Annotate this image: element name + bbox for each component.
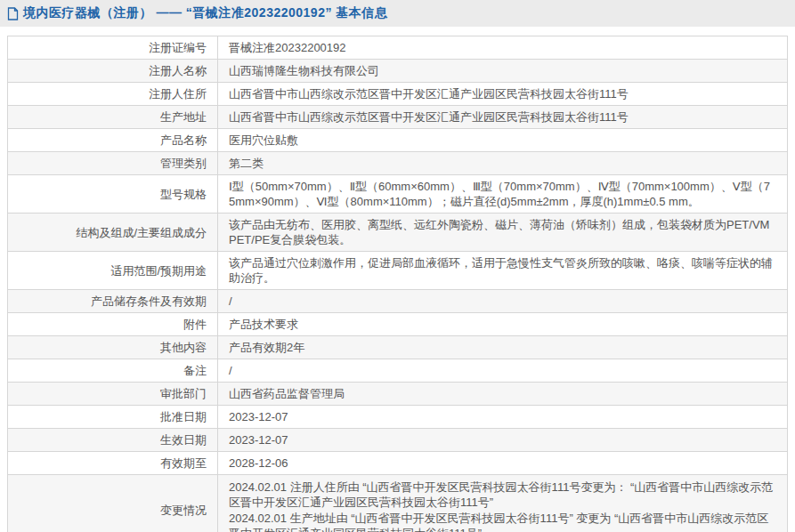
row-label: 附件 (8, 313, 218, 336)
table-row: 附件 产品技术要求 (8, 313, 788, 336)
table-row: 注册人住所 山西省晋中市山西综改示范区晋中开发区汇通产业园区民营科技园太谷街11… (8, 83, 788, 106)
row-label: 产品名称 (8, 129, 218, 152)
row-label: 适用范围/预期用途 (8, 252, 218, 290)
row-value-other-content: 产品有效期2年 (218, 336, 788, 359)
change-record: 2024.02.01 注册人住所由 “山西省晋中开发区民营科技园太谷街111号变… (229, 480, 776, 510)
row-value-registration-number: 晋械注准20232200192 (218, 36, 788, 60)
row-value-model-spec: Ⅰ型（50mm×70mm）、Ⅱ型（60mm×60mm）、Ⅲ型（70mm×70mm… (218, 175, 788, 214)
table-row: 变更情况 2024.02.01 注册人住所由 “山西省晋中开发区民营科技园太谷街… (8, 475, 788, 532)
row-value-registrant-address: 山西省晋中市山西综改示范区晋中开发区汇通产业园区民营科技园太谷街111号 (218, 83, 788, 106)
row-label: 管理类别 (8, 152, 218, 175)
table-row: 管理类别 第二类 (8, 152, 788, 175)
row-value-production-address: 山西省晋中市山西综改示范区晋中开发区汇通产业园区民营科技园太谷街111号 (218, 106, 788, 129)
table-row: 审批部门 山西省药品监督管理局 (8, 383, 788, 406)
page-header: 境内医疗器械（注册） —— “晋械注准20232200192” 基本信息 (0, 0, 795, 27)
row-value-change-history: 2024.02.01 注册人住所由 “山西省晋中开发区民营科技园太谷街111号变… (218, 475, 788, 532)
change-record: 2024.02.01 生产地址由 “山西省晋中开发区民营科技园太谷街111号” … (229, 511, 776, 532)
table-row: 注册人名称 山西瑞博隆生物科技有限公司 (8, 60, 788, 83)
table-row: 注册证编号 晋械注准20232200192 (8, 36, 788, 60)
table-row: 备注 / (8, 359, 788, 383)
page-title: 境内医疗器械（注册） —— “晋械注准20232200192” 基本信息 (23, 5, 387, 21)
table-row: 批准日期 2023-12-07 (8, 406, 788, 429)
registration-info-table: 注册证编号 晋械注准20232200192 注册人名称 山西瑞博隆生物科技有限公… (7, 36, 788, 532)
document-icon (7, 7, 19, 20)
row-label: 变更情况 (8, 475, 218, 532)
row-label: 结构及组成/主要组成成分 (8, 214, 218, 252)
table-row: 其他内容 产品有效期2年 (8, 336, 788, 359)
row-label: 其他内容 (8, 336, 218, 359)
row-label: 备注 (8, 359, 218, 383)
row-label: 生产地址 (8, 106, 218, 129)
row-label: 审批部门 (8, 383, 218, 406)
row-value-attachment: 产品技术要求 (218, 313, 788, 336)
row-label: 注册人名称 (8, 60, 218, 83)
table-row: 生产地址 山西省晋中市山西综改示范区晋中开发区汇通产业园区民营科技园太谷街111… (8, 106, 788, 129)
row-value-product-name: 医用穴位贴敷 (218, 129, 788, 152)
row-value-composition: 该产品由无纺布、医用胶、离型纸、远红外陶瓷粉、磁片、薄荷油（矫味剂）组成，包装袋… (218, 214, 788, 252)
row-label: 生效日期 (8, 429, 218, 452)
row-label: 有效期至 (8, 452, 218, 475)
table-row: 生效日期 2023-12-07 (8, 429, 788, 452)
row-value-registrant-name: 山西瑞博隆生物科技有限公司 (218, 60, 788, 83)
table-row: 结构及组成/主要组成成分 该产品由无纺布、医用胶、离型纸、远红外陶瓷粉、磁片、薄… (8, 214, 788, 252)
row-label: 注册人住所 (8, 83, 218, 106)
row-value-management-category: 第二类 (218, 152, 788, 175)
row-value-effective-date: 2023-12-07 (218, 429, 788, 452)
row-label: 型号规格 (8, 175, 218, 214)
row-label: 批准日期 (8, 406, 218, 429)
row-label: 注册证编号 (8, 36, 218, 60)
row-value-storage-conditions: / (218, 290, 788, 313)
row-value-remarks: / (218, 359, 788, 383)
row-value-approval-date: 2023-12-07 (218, 406, 788, 429)
table-row: 产品名称 医用穴位贴敷 (8, 129, 788, 152)
table-row: 有效期至 2028-12-06 (8, 452, 788, 475)
table-row: 型号规格 Ⅰ型（50mm×70mm）、Ⅱ型（60mm×60mm）、Ⅲ型（70mm… (8, 175, 788, 214)
table-row: 适用范围/预期用途 该产品通过穴位刺激作用，促进局部血液循环，适用于急慢性支气管… (8, 252, 788, 290)
row-label: 产品储存条件及有效期 (8, 290, 218, 313)
table-row: 产品储存条件及有效期 / (8, 290, 788, 313)
row-value-expiry-date: 2028-12-06 (218, 452, 788, 475)
row-value-intended-use: 该产品通过穴位刺激作用，促进局部血液循环，适用于急慢性支气管炎所致的咳嗽、咯痰、… (218, 252, 788, 290)
row-value-approval-department: 山西省药品监督管理局 (218, 383, 788, 406)
